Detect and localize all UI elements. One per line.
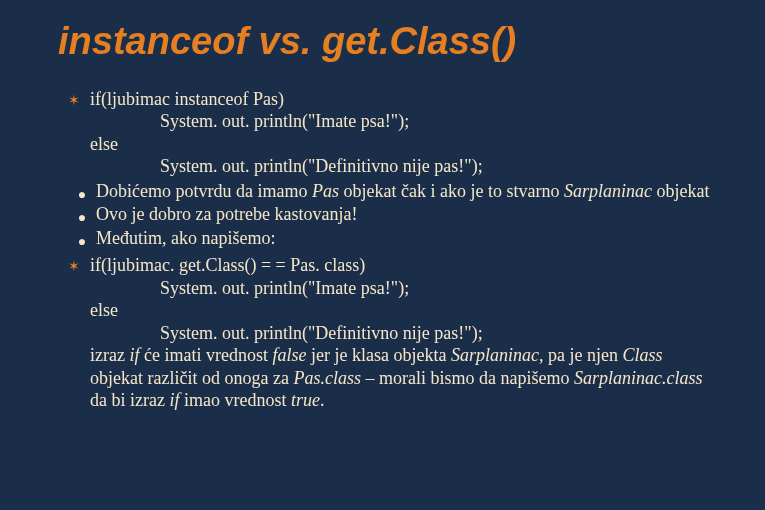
text: Dobićemo potvrdu da imamo: [96, 181, 312, 201]
text: – morali bismo da napišemo: [361, 368, 574, 388]
code-line: System. out. println("Imate psa!");: [90, 277, 715, 300]
bullet-3: ● Međutim, ako napišemo:: [68, 227, 715, 251]
code-line: System. out. println("Definitivno nije p…: [90, 322, 715, 345]
star-icon: ✶: [68, 254, 90, 276]
slide-title: instanceof vs. get.Class(): [58, 18, 715, 66]
code-line: else: [90, 299, 715, 322]
italic-text: Sarplaninac: [451, 345, 539, 365]
bullet-dot-icon: ●: [68, 203, 96, 227]
text: Ovo je dobro za potrebe kastovanja!: [96, 203, 715, 226]
paragraph: izraz if će imati vrednost false jer je …: [90, 344, 715, 412]
italic-text: if: [129, 345, 139, 365]
italic-text: false: [272, 345, 306, 365]
code-line: System. out. println("Definitivno nije p…: [90, 155, 715, 178]
italic-text: if: [169, 390, 179, 410]
code-line: else: [90, 133, 715, 156]
italic-text: Class: [622, 345, 662, 365]
text: izraz: [90, 345, 129, 365]
text: da bi izraz: [90, 390, 169, 410]
slide-content: ✶ if(ljubimac instanceof Pas) System. ou…: [50, 88, 715, 412]
bullet-2: ● Ovo je dobro za potrebe kastovanja!: [68, 203, 715, 227]
text: imao vrednost: [179, 390, 290, 410]
star-icon: ✶: [68, 88, 90, 110]
bullet-dot-icon: ●: [68, 227, 96, 251]
code-line: System. out. println("Imate psa!");: [90, 110, 715, 133]
text: objekat čak i ako je to stvarno: [339, 181, 564, 201]
text: Međutim, ako napišemo:: [96, 227, 715, 250]
italic-text: Sarplaninac.class: [574, 368, 703, 388]
text: objekat različit od onoga za: [90, 368, 293, 388]
text: jer je klasa objekta: [306, 345, 450, 365]
italic-text: Sarplaninac: [564, 181, 652, 201]
bullet-dot-icon: ●: [68, 180, 96, 204]
code-block-1: ✶ if(ljubimac instanceof Pas) System. ou…: [68, 88, 715, 178]
italic-text: true: [291, 390, 320, 410]
text: će imati vrednost: [139, 345, 272, 365]
italic-text: Pas.class: [293, 368, 361, 388]
text: objekat: [652, 181, 709, 201]
code-block-2: ✶ if(ljubimac. get.Class() = = Pas. clas…: [68, 254, 715, 412]
bullet-1: ● Dobićemo potvrdu da imamo Pas objekat …: [68, 180, 715, 204]
italic-text: Pas: [312, 181, 339, 201]
text: , pa je njen: [539, 345, 622, 365]
code-line: if(ljubimac instanceof Pas): [90, 88, 715, 111]
text: .: [320, 390, 325, 410]
code-line: if(ljubimac. get.Class() = = Pas. class): [90, 254, 715, 277]
